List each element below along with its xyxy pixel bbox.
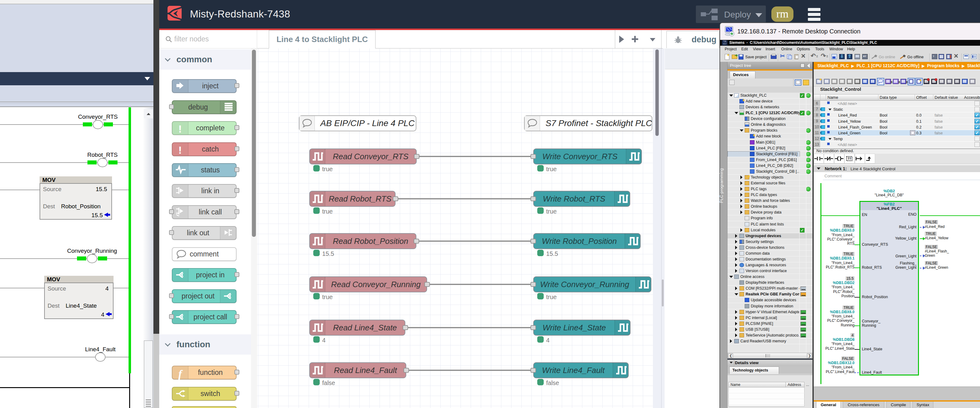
svg-text:??: ?? <box>848 157 851 160</box>
